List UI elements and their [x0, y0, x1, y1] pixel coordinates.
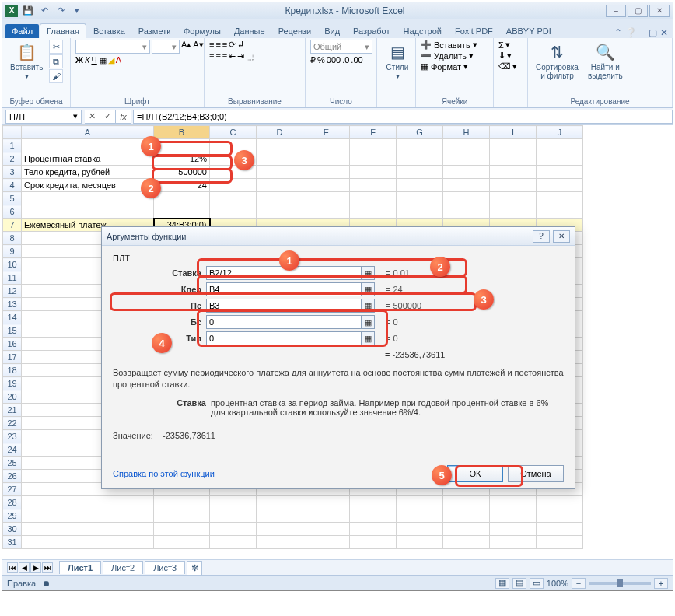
- column-header[interactable]: H: [443, 126, 490, 139]
- cell[interactable]: [154, 139, 210, 152]
- cell[interactable]: [210, 192, 257, 205]
- cell[interactable]: [350, 523, 397, 536]
- row-header[interactable]: 25: [3, 457, 22, 470]
- cell[interactable]: [257, 179, 303, 192]
- tab-foxit[interactable]: Foxit PDF: [449, 24, 499, 38]
- fill-color-icon[interactable]: ◢: [108, 55, 114, 65]
- cell[interactable]: [537, 205, 583, 219]
- row-header[interactable]: 24: [3, 443, 22, 457]
- cell[interactable]: [443, 139, 490, 152]
- align-right-icon[interactable]: ≡: [222, 51, 227, 61]
- cell[interactable]: [490, 192, 537, 205]
- fill-button[interactable]: ⬇▾: [498, 51, 512, 61]
- tab-developer[interactable]: Разработ: [347, 24, 396, 38]
- cut-icon[interactable]: ✂: [49, 40, 63, 54]
- sort-filter-button[interactable]: ⇅ Сортировка и фильтр: [533, 40, 582, 82]
- format-cells-button[interactable]: ▦Формат▾: [421, 61, 468, 72]
- arg-input-type[interactable]: [206, 331, 362, 345]
- sheet-nav-first-icon[interactable]: ⏮: [7, 562, 18, 573]
- row-header[interactable]: 9: [3, 245, 22, 258]
- cell[interactable]: [257, 205, 303, 219]
- cell[interactable]: Тело кредита, рублей: [22, 166, 154, 179]
- cell[interactable]: [490, 496, 537, 509]
- row-header[interactable]: 10: [3, 258, 22, 271]
- cell[interactable]: [350, 139, 397, 152]
- cell[interactable]: [22, 523, 154, 536]
- cell[interactable]: [537, 179, 583, 192]
- dialog-help-button[interactable]: ?: [533, 230, 550, 243]
- cell[interactable]: [210, 179, 257, 192]
- cell[interactable]: [350, 536, 397, 549]
- doc-max-icon[interactable]: ▢: [649, 27, 657, 38]
- maximize-button[interactable]: ▢: [628, 5, 648, 17]
- copy-icon[interactable]: ⧉: [49, 54, 63, 68]
- column-header[interactable]: F: [350, 126, 397, 139]
- sheet-nav-next-icon[interactable]: ▶: [30, 562, 41, 573]
- row-header[interactable]: 18: [3, 364, 22, 377]
- row-header[interactable]: 26: [3, 470, 22, 483]
- currency-icon[interactable]: ₽: [310, 55, 316, 65]
- find-select-button[interactable]: 🔍 Найти и выделить: [585, 40, 626, 82]
- range-picker-icon[interactable]: ▦: [361, 315, 375, 329]
- zoom-level[interactable]: 100%: [547, 579, 568, 588]
- cell[interactable]: [443, 205, 490, 219]
- cell[interactable]: [154, 536, 210, 549]
- save-icon[interactable]: 💾: [21, 5, 35, 17]
- cell[interactable]: [22, 536, 154, 549]
- cell[interactable]: [350, 152, 397, 166]
- cell[interactable]: [537, 509, 583, 523]
- row-header[interactable]: 11: [3, 271, 22, 285]
- cell[interactable]: [257, 166, 303, 179]
- arg-input-pv[interactable]: [206, 299, 362, 313]
- cell[interactable]: [397, 166, 443, 179]
- cell[interactable]: [490, 536, 537, 549]
- cell[interactable]: [303, 509, 350, 523]
- bold-icon[interactable]: Ж: [75, 55, 83, 65]
- cell[interactable]: [397, 192, 443, 205]
- dec-dec-icon[interactable]: .00: [351, 55, 362, 65]
- cell[interactable]: [303, 523, 350, 536]
- cell[interactable]: [303, 179, 350, 192]
- row-header[interactable]: 28: [3, 496, 22, 509]
- tab-file[interactable]: Файл: [5, 24, 39, 38]
- cell[interactable]: [443, 192, 490, 205]
- row-header[interactable]: 5: [3, 192, 22, 205]
- range-picker-icon[interactable]: ▦: [361, 266, 375, 280]
- row-header[interactable]: 13: [3, 298, 22, 311]
- comma-icon[interactable]: 000: [327, 55, 341, 65]
- styles-button[interactable]: ▤ Стили ▾: [382, 40, 413, 82]
- cell[interactable]: [350, 192, 397, 205]
- range-picker-icon[interactable]: ▦: [361, 299, 375, 313]
- cell[interactable]: [490, 179, 537, 192]
- insert-function-button[interactable]: fx: [116, 110, 131, 124]
- column-header[interactable]: D: [257, 126, 303, 139]
- redo-icon[interactable]: ↷: [54, 5, 68, 17]
- cell[interactable]: [350, 509, 397, 523]
- view-pagebreak-icon[interactable]: ▭: [530, 578, 544, 589]
- cell[interactable]: [22, 496, 154, 509]
- cell[interactable]: [443, 509, 490, 523]
- font-size-combo[interactable]: ▾: [152, 40, 180, 54]
- cell[interactable]: [397, 139, 443, 152]
- cell[interactable]: [257, 152, 303, 166]
- cell[interactable]: [443, 536, 490, 549]
- cell[interactable]: [350, 496, 397, 509]
- sheet-nav-prev-icon[interactable]: ◀: [19, 562, 30, 573]
- doc-close-icon[interactable]: ✕: [660, 27, 668, 38]
- row-header[interactable]: 15: [3, 324, 22, 338]
- arg-input-fv[interactable]: [206, 315, 362, 329]
- cell[interactable]: [257, 509, 303, 523]
- delete-cells-button[interactable]: ➖Удалить▾: [421, 51, 474, 61]
- cell[interactable]: [537, 523, 583, 536]
- font-color-icon[interactable]: A: [116, 55, 121, 65]
- cell[interactable]: [210, 496, 257, 509]
- cell[interactable]: [303, 536, 350, 549]
- cell[interactable]: [303, 192, 350, 205]
- cell[interactable]: [443, 152, 490, 166]
- formula-input[interactable]: =ПЛТ(B2/12;B4;B3;0;0): [133, 110, 673, 124]
- row-header[interactable]: 27: [3, 483, 22, 496]
- cell[interactable]: [257, 192, 303, 205]
- row-header[interactable]: 23: [3, 430, 22, 443]
- font-name-combo[interactable]: ▾: [75, 40, 150, 54]
- new-sheet-button[interactable]: ✼: [187, 561, 202, 575]
